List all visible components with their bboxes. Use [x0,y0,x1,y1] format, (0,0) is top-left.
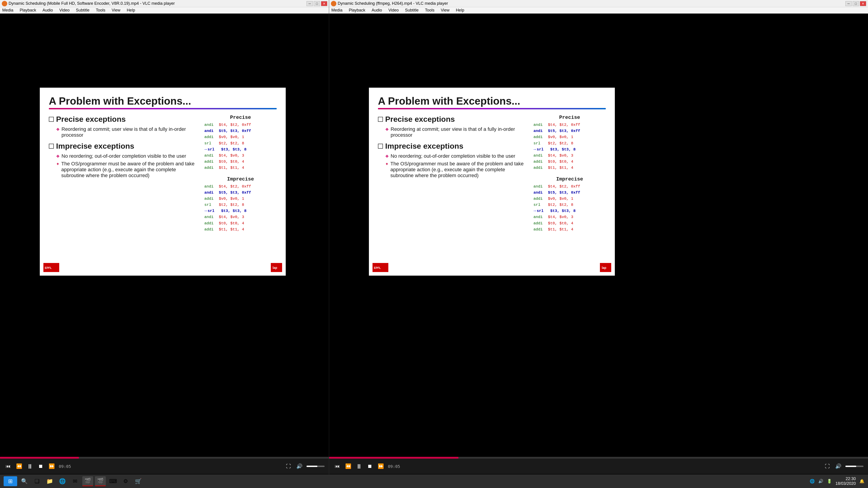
menu-playback-right[interactable]: Playback [347,7,367,13]
close-btn-right[interactable]: ✕ [860,1,866,6]
cross-icon-1-right: ✦ [385,162,389,166]
progress-track-right[interactable] [329,457,868,459]
precise-checkbox-right [378,117,383,122]
code-row-i4: srl $t2, $t2, 8 [204,202,277,208]
menu-audio-right[interactable]: Audio [370,7,383,13]
code-row-p3: addi $v0, $v0, 1 [204,134,277,140]
prev-btn-left[interactable]: ⏪ [16,463,23,470]
menu-help-left[interactable]: Help [125,7,136,13]
svg-text:EPFL: EPFL [45,266,52,269]
vlc-window-right: Dynamic Scheduling (ffmpeg, H264).mp4 - … [329,0,868,488]
menu-view-left[interactable]: View [110,7,122,13]
minimize-btn-left[interactable]: ─ [307,1,313,6]
code-row-ri4: srl $t2, $t2, 8 [533,202,606,208]
code-row-p6: andi $t4, $v0, 3 [204,153,277,159]
window-title-right: Dynamic Scheduling (ffmpeg, H264).mp4 - … [338,1,845,6]
diamond-icon-2-right: ❖ [385,154,389,159]
slide-title-bar-left [49,108,277,109]
notification-icon[interactable]: 🔔 [860,479,864,484]
player-controls-right: ⏮ ⏪ ⏸ ⏹ ⏩ 09:05 ⛶ 🔊 [329,459,868,474]
svg-text:EPFL: EPFL [374,266,381,269]
menu-playback-left[interactable]: Playback [18,7,37,13]
settings-icon[interactable]: ⚙ [120,476,131,486]
pause-btn-right[interactable]: ⏸ [355,463,363,470]
menu-tools-right[interactable]: Tools [424,7,436,13]
imprecise-bullet-1-right: ❖ No reordering; out-of-order completion… [385,153,528,159]
precise-code-table-right: andi $t4, $t2, 0xff andi $t5, $t3, 0xff … [533,122,606,171]
fullscreen-btn-right[interactable]: ⛶ [824,463,831,470]
video-area-left: A Problem with Exceptions... Precise exc… [0,13,329,348]
terminal-icon[interactable]: ⌨ [107,476,119,486]
epfl-logo-right: EPFL [373,263,388,272]
progress-track-left[interactable] [0,457,329,459]
fullscreen-btn-left[interactable]: ⛶ [285,463,292,470]
precise-bullet-text-1-right: Reordering at commit; user view is that … [391,126,528,138]
menu-media-right[interactable]: Media [330,7,344,13]
menu-media-left[interactable]: Media [1,7,15,13]
stop-btn-right[interactable]: ⏹ [366,463,373,470]
code-row-p7: addi $t0, $t0, 4 [204,159,277,165]
mail-icon[interactable]: ✉ [70,476,81,486]
code-row-p5: → srl $t3, $t3, 8 [204,147,277,153]
browser-icon[interactable]: 🌐 [57,476,68,486]
menubar-right: Media Playback Audio Video Subtitle Tool… [329,7,868,13]
slide-body-right: Precise exceptions ❖ Reordering at commi… [378,115,606,232]
start-button[interactable]: ⊞ [4,476,17,486]
precise-checkbox-left [49,117,54,122]
precise-bullets-right: ❖ Reordering at commit; user view is tha… [385,126,528,138]
window-controls-right[interactable]: ─ □ ✕ [845,1,866,6]
code-row-i3: addi $v0, $v0, 1 [204,196,277,202]
menu-view-right[interactable]: View [439,7,451,13]
search-taskbar-icon[interactable]: 🔍 [19,476,30,486]
menu-subtitle-right[interactable]: Subtitle [404,7,420,13]
volume-icon-right[interactable]: 🔊 [835,463,842,470]
imprecise-bullet-text-2-right: The OS/programmer must be aware of the p… [391,161,528,178]
code-row-rp7: addi $t0, $t0, 4 [533,159,606,165]
volume-icon-left[interactable]: 🔊 [296,463,303,470]
imprecise-code-label-right: Imprecise [533,176,606,182]
precise-bullet-1-right: ❖ Reordering at commit; user view is tha… [385,126,528,138]
svg-text:lap: lap [602,266,606,269]
store-icon[interactable]: 🛒 [133,476,144,486]
menu-video-left[interactable]: Video [58,7,71,13]
media-player-icon-1[interactable]: 🎬 [82,476,93,486]
file-explorer-icon[interactable]: 📁 [44,476,55,486]
menu-subtitle-left[interactable]: Subtitle [74,7,91,13]
menu-audio-left[interactable]: Audio [41,7,54,13]
slide-title-bar-right [378,108,606,109]
close-btn-left[interactable]: ✕ [321,1,327,6]
next-btn-right[interactable]: ⏩ [377,463,384,470]
stop-btn-left[interactable]: ⏹ [37,463,44,470]
menu-video-right[interactable]: Video [387,7,400,13]
code-row-rp1: andi $t4, $t2, 0xff [533,122,606,128]
minimize-btn-right[interactable]: ─ [845,1,852,6]
play-btn-left[interactable]: ⏮ [4,463,12,470]
media-player-icon-2[interactable]: 🎬 [95,476,106,486]
diamond-icon-1-left: ❖ [56,127,60,132]
menu-help-right[interactable]: Help [455,7,466,13]
code-row-i2: andi $t5, $t3, 0xff [204,190,277,196]
code-row-p1: andi $t4, $t2, 0xff [204,122,277,128]
time-display-left: 09:05 [59,464,71,469]
window-controls-left[interactable]: ─ □ ✕ [307,1,327,6]
code-row-rp5: → srl $t3, $t3, 8 [533,147,606,153]
play-btn-right[interactable]: ⏮ [334,463,341,470]
precise-title-right: Precise exceptions [385,115,455,124]
prev-btn-right[interactable]: ⏪ [344,463,352,470]
maximize-btn-right[interactable]: □ [852,1,859,6]
taskbar: ⊞ 🔍 ❑ 📁 🌐 ✉ 🎬 🎬 ⌨ ⚙ 🛒 🌐 🔊 🔋 22:30 18/03/… [0,475,868,488]
code-row-ri8: addi $t1, $t1, 4 [533,226,606,232]
pause-btn-left[interactable]: ⏸ [26,463,33,470]
time-display-right: 09:05 [388,464,400,469]
next-btn-left[interactable]: ⏩ [48,463,55,470]
imprecise-title-right: Imprecise exceptions [385,142,463,151]
slide-title-right: A Problem with Exceptions... [378,95,606,107]
task-view-icon[interactable]: ❑ [32,476,42,486]
menubar-left: Media Playback Audio Video Subtitle Tool… [0,7,329,13]
menu-tools-left[interactable]: Tools [94,7,107,13]
volume-slider-left[interactable] [307,466,324,467]
volume-fill-right [845,466,856,467]
volume-taskbar-icon[interactable]: 🔊 [818,479,823,484]
volume-slider-right[interactable] [845,466,864,467]
maximize-btn-left[interactable]: □ [314,1,320,6]
